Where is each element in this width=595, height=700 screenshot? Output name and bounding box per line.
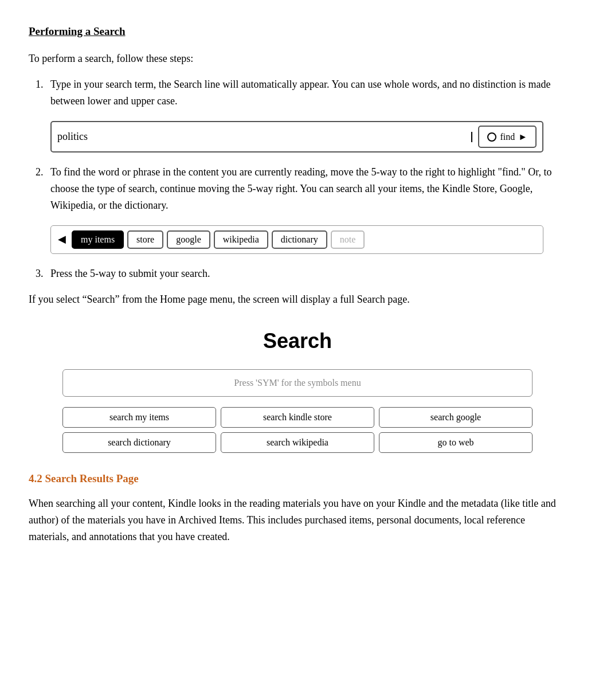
nav-btn-google[interactable]: google: [167, 230, 210, 249]
search-input-figure: politics find ►: [50, 121, 566, 153]
chevron-right-icon: ►: [518, 130, 527, 144]
nav-btn-store[interactable]: store: [127, 230, 163, 249]
search-wikipedia-btn[interactable]: search wikipedia: [221, 432, 374, 453]
intro-paragraph: To perform a search, follow these steps:: [29, 50, 566, 67]
search-google-btn[interactable]: search google: [379, 407, 533, 428]
search-input-value: politics: [57, 128, 471, 145]
step-1: Type in your search term, the Search lin…: [46, 76, 566, 152]
find-label: find: [500, 130, 515, 144]
step-3-text: Press the 5-way to submit your search.: [50, 268, 210, 279]
search-kindle-store-btn[interactable]: search kindle store: [221, 407, 374, 428]
nav-btn-dictionary[interactable]: dictionary: [272, 230, 327, 249]
step-1-text: Type in your search term, the Search lin…: [50, 79, 551, 107]
search-my-items-btn[interactable]: search my items: [62, 407, 216, 428]
go-to-web-btn[interactable]: go to web: [379, 432, 533, 453]
paragraph-after-steps: If you select “Search” from the Home pag…: [29, 291, 566, 308]
arrow-left-icon: ◀: [58, 231, 66, 248]
search-dictionary-btn[interactable]: search dictionary: [62, 432, 216, 453]
section-42-paragraph: When searching all your content, Kindle …: [29, 495, 566, 545]
search-page-figure: Search Press 'SYM' for the symbols menu …: [62, 324, 533, 452]
steps-list: Type in your search term, the Search lin…: [46, 76, 566, 281]
search-buttons-grid: search my items search kindle store sear…: [62, 407, 533, 453]
step-2-text: To find the word or phrase in the conten…: [50, 166, 552, 211]
search-input-box: politics find ►: [50, 121, 543, 153]
nav-btn-my-items[interactable]: my items: [72, 230, 124, 249]
nav-bar: ◀ my items store google wikipedia dictio…: [50, 225, 543, 254]
step-2: To find the word or phrase in the conten…: [46, 164, 566, 253]
nav-btn-wikipedia[interactable]: wikipedia: [214, 230, 268, 249]
step-3: Press the 5-way to submit your search.: [46, 265, 566, 282]
search-page-input[interactable]: Press 'SYM' for the symbols menu: [62, 369, 533, 397]
search-icon: [487, 132, 496, 142]
nav-bar-figure: ◀ my items store google wikipedia dictio…: [50, 225, 566, 254]
find-button[interactable]: find ►: [478, 126, 537, 148]
search-page-title: Search: [62, 324, 533, 358]
section-42-heading: 4.2 Search Results Page: [29, 470, 566, 487]
cursor-bar: [471, 132, 472, 142]
section-heading: Performing a Search: [29, 23, 566, 40]
nav-btn-note[interactable]: note: [331, 230, 365, 249]
